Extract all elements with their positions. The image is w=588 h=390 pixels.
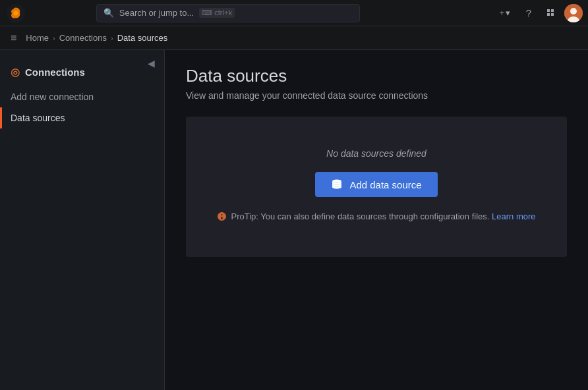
help-button[interactable]: ?	[519, 4, 538, 22]
empty-message: No data sources defined	[326, 148, 426, 159]
learn-more-link[interactable]: Learn more	[492, 211, 535, 221]
user-avatar[interactable]	[564, 4, 583, 22]
page-subtitle: View and manage your connected data sour…	[186, 90, 567, 101]
connections-section-icon: ◎	[11, 66, 20, 78]
add-new-button[interactable]: + ▾	[494, 4, 515, 22]
breadcrumb-sep-2: ›	[111, 34, 113, 42]
breadcrumb-home[interactable]: Home	[26, 33, 49, 43]
breadcrumb: ≡ Home › Connections › Data sources	[0, 26, 588, 50]
protip-section: ProTip: You can also define data sources…	[217, 210, 535, 225]
search-bar[interactable]: 🔍 Search or jump to... ⌨ ctrl+k	[96, 4, 360, 22]
add-datasource-label: Add data source	[349, 179, 421, 190]
empty-state-card: No data sources defined Add data source	[186, 117, 567, 257]
svg-point-5	[332, 180, 341, 183]
database-icon	[331, 179, 343, 190]
sidebar-section-title-text: Connections	[25, 67, 85, 78]
sidebar-item-add-connection[interactable]: Add new connection	[0, 86, 164, 107]
sidebar: ◀ ◎ Connections Add new connection Data …	[0, 50, 165, 390]
sidebar-item-data-sources[interactable]: Data sources	[0, 107, 164, 128]
shortcut-badge: ⌨ ctrl+k	[199, 8, 235, 18]
search-icon: 🔍	[103, 8, 114, 18]
main-content: Data sources View and manage your connec…	[165, 50, 588, 390]
protip-icon	[217, 211, 227, 225]
search-placeholder: Search or jump to...	[119, 8, 194, 18]
hamburger-menu[interactable]: ≡	[11, 32, 16, 44]
sidebar-item-data-sources-label: Data sources	[11, 113, 65, 123]
top-navbar: 🔍 Search or jump to... ⌨ ctrl+k + ▾ ?	[0, 0, 588, 26]
news-feed-button[interactable]	[542, 4, 560, 22]
grafana-logo[interactable]	[5, 3, 26, 24]
topnav-actions: + ▾ ?	[494, 4, 583, 22]
breadcrumb-current: Data sources	[117, 33, 168, 43]
page-title: Data sources	[186, 66, 567, 86]
add-datasource-button[interactable]: Add data source	[315, 172, 437, 197]
sidebar-collapse-button[interactable]: ◀	[143, 55, 159, 71]
main-layout: ◀ ◎ Connections Add new connection Data …	[0, 50, 588, 390]
sidebar-section-header: ◎ Connections	[0, 61, 164, 86]
svg-point-3	[570, 8, 577, 14]
svg-point-1	[14, 11, 18, 15]
breadcrumb-sep-1: ›	[53, 34, 55, 42]
sidebar-item-add-connection-label: Add new connection	[11, 92, 94, 102]
shortcut-icon: ⌨	[202, 9, 212, 16]
breadcrumb-connections[interactable]: Connections	[59, 33, 107, 43]
protip-text: ProTip: You can also define data sources…	[231, 210, 535, 224]
